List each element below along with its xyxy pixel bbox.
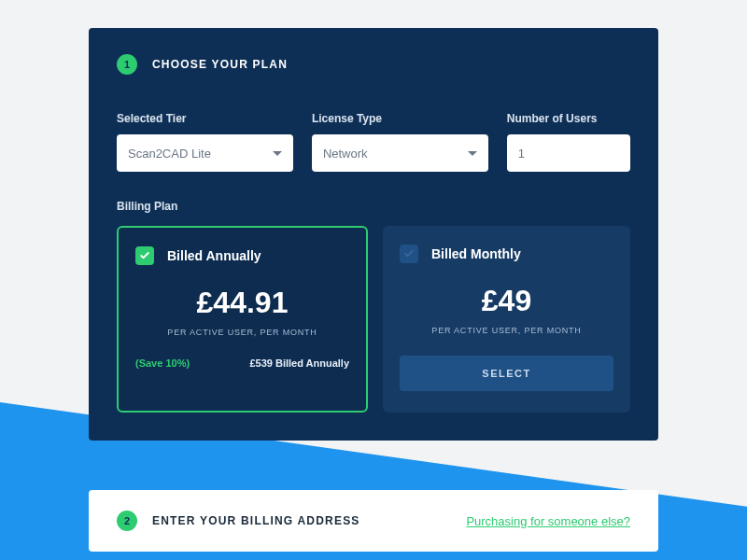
billing-plan-label: Billing Plan <box>117 200 630 213</box>
license-field: License Type Network <box>312 112 488 172</box>
billing-plans: Billed Annually £44.91 PER ACTIVE USER, … <box>117 226 630 413</box>
users-label: Number of Users <box>507 112 630 125</box>
plan-annual-save: (Save 10%) <box>135 357 190 369</box>
tier-label: Selected Tier <box>117 112 293 125</box>
step-2-badge: 2 <box>117 511 137 531</box>
plan-monthly[interactable]: Billed Monthly £49 PER ACTIVE USER, PER … <box>383 226 630 413</box>
checkbox-checked-icon[interactable] <box>135 246 154 265</box>
tier-field: Selected Tier Scan2CAD Lite <box>117 112 293 172</box>
chevron-down-icon <box>273 151 282 156</box>
step-2-header: 2 ENTER YOUR BILLING ADDRESS <box>117 511 360 531</box>
plan-fields: Selected Tier Scan2CAD Lite License Type… <box>117 112 630 172</box>
step-1-header: 1 CHOOSE YOUR PLAN <box>117 54 630 75</box>
step-1-title: CHOOSE YOUR PLAN <box>152 58 288 71</box>
users-field: Number of Users <box>507 112 630 172</box>
step-1-badge: 1 <box>117 54 137 75</box>
tier-select[interactable]: Scan2CAD Lite <box>117 134 293 172</box>
chevron-down-icon <box>468 151 477 156</box>
plan-annual-total: £539 Billed Annually <box>249 357 349 369</box>
plan-monthly-title: Billed Monthly <box>431 246 521 261</box>
license-label: License Type <box>312 112 488 125</box>
purchasing-for-someone-else-link[interactable]: Purchasing for someone else? <box>466 514 630 528</box>
plan-monthly-sub: PER ACTIVE USER, PER MONTH <box>400 326 613 335</box>
plan-annual-sub: PER ACTIVE USER, PER MONTH <box>135 328 349 337</box>
step-2-panel: 2 ENTER YOUR BILLING ADDRESS Purchasing … <box>89 490 658 552</box>
plan-annual-price: £44.91 <box>135 286 349 320</box>
plan-annual[interactable]: Billed Annually £44.91 PER ACTIVE USER, … <box>117 226 368 413</box>
plan-annual-header: Billed Annually <box>135 246 349 265</box>
step-2-title: ENTER YOUR BILLING ADDRESS <box>152 514 360 527</box>
tier-value: Scan2CAD Lite <box>128 147 211 161</box>
checkbox-unchecked-icon[interactable] <box>400 245 418 263</box>
select-monthly-button[interactable]: SELECT <box>400 356 613 391</box>
plan-annual-title: Billed Annually <box>167 248 261 263</box>
users-input[interactable] <box>507 134 630 172</box>
plan-monthly-price: £49 <box>400 284 613 318</box>
plan-monthly-header: Billed Monthly <box>400 245 613 263</box>
license-select[interactable]: Network <box>312 134 488 172</box>
step-1-panel: 1 CHOOSE YOUR PLAN Selected Tier Scan2CA… <box>89 28 658 441</box>
license-value: Network <box>323 147 368 161</box>
plan-annual-footer: (Save 10%) £539 Billed Annually <box>135 357 349 369</box>
